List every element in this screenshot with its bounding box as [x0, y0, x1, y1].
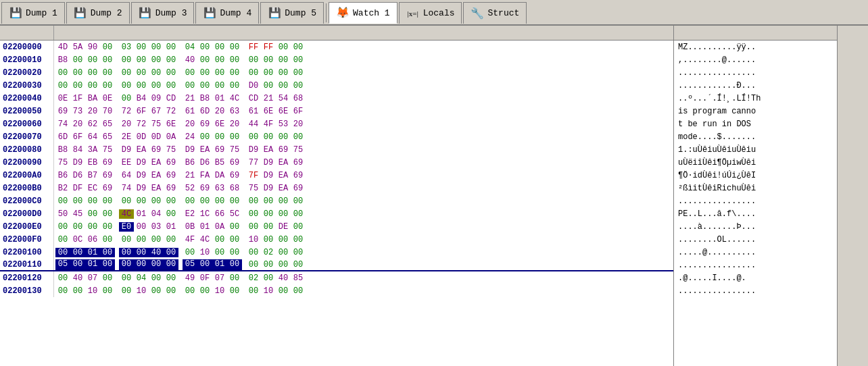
byte-6-12[interactable]: 44: [246, 120, 261, 129]
byte-14-2[interactable]: 00: [85, 222, 100, 232]
byte-4-10[interactable]: 01: [212, 94, 227, 103]
byte-19-13[interactable]: 10: [261, 286, 276, 296]
byte-17-11[interactable]: 00: [227, 259, 242, 270]
byte-4-1[interactable]: 1F: [70, 94, 85, 103]
byte-10-3[interactable]: 69: [100, 171, 115, 180]
tab-dump5[interactable]: 💾Dump 5: [260, 2, 324, 24]
byte-2-1[interactable]: 00: [70, 68, 85, 78]
byte-2-10[interactable]: 00: [212, 68, 227, 78]
byte-16-11[interactable]: 00: [227, 248, 242, 257]
byte-19-4[interactable]: 00: [119, 286, 134, 296]
byte-7-5[interactable]: 0D: [134, 132, 149, 142]
byte-11-0[interactable]: B2: [55, 184, 70, 193]
byte-1-10[interactable]: 00: [212, 55, 227, 65]
byte-12-3[interactable]: 00: [100, 197, 115, 206]
byte-9-11[interactable]: 69: [227, 158, 242, 167]
hex-row-7[interactable]: 022000706D6F64652E0D0D0A2400000000000000: [0, 130, 673, 143]
byte-16-1[interactable]: 00: [70, 248, 85, 257]
byte-9-9[interactable]: D6: [197, 158, 212, 167]
byte-0-6[interactable]: 00: [149, 43, 164, 52]
byte-6-13[interactable]: 4F: [261, 120, 276, 129]
byte-9-6[interactable]: EA: [149, 158, 164, 167]
ascii-row-6[interactable]: t be run in DOS: [674, 117, 837, 130]
byte-0-13[interactable]: FF: [261, 43, 276, 52]
byte-8-4[interactable]: D9: [119, 145, 134, 155]
byte-16-8[interactable]: 00: [183, 248, 197, 257]
byte-5-4[interactable]: 72: [119, 107, 134, 116]
ascii-row-11[interactable]: ²ßìitÙêiRichuÙêi: [674, 182, 837, 194]
byte-13-13[interactable]: 00: [261, 209, 276, 219]
byte-0-3[interactable]: 00: [100, 43, 115, 52]
byte-14-4[interactable]: E0: [119, 222, 134, 232]
byte-11-15[interactable]: 69: [291, 184, 306, 193]
byte-14-6[interactable]: 03: [149, 222, 164, 232]
byte-19-14[interactable]: 00: [276, 286, 291, 296]
byte-2-2[interactable]: 00: [85, 68, 100, 78]
byte-16-12[interactable]: 00: [246, 248, 261, 257]
byte-7-6[interactable]: 0D: [149, 132, 164, 142]
byte-11-6[interactable]: EA: [149, 184, 164, 193]
byte-2-11[interactable]: 00: [227, 68, 242, 78]
byte-4-7[interactable]: CD: [164, 94, 178, 103]
byte-13-6[interactable]: 04: [149, 209, 164, 219]
byte-10-11[interactable]: 69: [227, 171, 242, 180]
byte-18-12[interactable]: 02: [246, 273, 261, 283]
ascii-row-12[interactable]: ................: [674, 194, 837, 207]
byte-15-3[interactable]: 00: [100, 235, 115, 244]
byte-1-8[interactable]: 40: [183, 55, 197, 65]
byte-12-15[interactable]: 00: [291, 197, 306, 206]
byte-19-9[interactable]: 00: [197, 286, 212, 296]
byte-2-6[interactable]: 00: [149, 68, 164, 78]
byte-4-0[interactable]: 0E: [55, 94, 70, 103]
byte-6-0[interactable]: 74: [55, 120, 70, 129]
byte-4-9[interactable]: B8: [197, 94, 212, 103]
byte-14-0[interactable]: 00: [55, 222, 70, 232]
byte-18-15[interactable]: 85: [291, 273, 306, 283]
byte-18-10[interactable]: 07: [212, 273, 227, 283]
byte-15-9[interactable]: 4C: [197, 235, 212, 244]
byte-3-4[interactable]: 00: [119, 81, 134, 90]
byte-12-0[interactable]: 00: [55, 197, 70, 206]
byte-0-10[interactable]: 00: [212, 43, 227, 52]
tab-locals[interactable]: |x=|Locals: [399, 2, 462, 24]
byte-15-13[interactable]: 00: [261, 235, 276, 244]
byte-14-14[interactable]: DE: [276, 222, 291, 232]
hex-row-1[interactable]: 02200010B8000000000000004000000000000000: [0, 53, 673, 66]
byte-6-9[interactable]: 69: [197, 120, 212, 129]
hex-data-area[interactable]: 022000004D5A90000300000004000000FFFF0000…: [0, 41, 673, 366]
byte-4-2[interactable]: BA: [85, 94, 100, 103]
byte-8-8[interactable]: D9: [183, 145, 197, 155]
byte-19-15[interactable]: 00: [291, 286, 306, 296]
byte-5-9[interactable]: 6D: [197, 107, 212, 116]
byte-1-7[interactable]: 00: [164, 55, 178, 65]
byte-3-12[interactable]: D0: [246, 81, 261, 90]
byte-13-15[interactable]: 00: [291, 209, 306, 219]
byte-5-10[interactable]: 20: [212, 107, 227, 116]
byte-19-0[interactable]: 00: [55, 286, 70, 296]
byte-7-7[interactable]: 0A: [164, 132, 178, 142]
byte-11-4[interactable]: 74: [119, 184, 134, 193]
byte-10-12[interactable]: 7F: [246, 171, 261, 180]
byte-3-9[interactable]: 00: [197, 81, 212, 90]
hex-row-10[interactable]: 022000A0B6D6B76964D9EA6921FADA697FD9EA69: [0, 169, 673, 182]
byte-7-10[interactable]: 00: [212, 132, 227, 142]
byte-0-5[interactable]: 00: [134, 43, 149, 52]
byte-3-0[interactable]: 00: [55, 81, 70, 90]
byte-10-5[interactable]: D9: [134, 171, 149, 180]
byte-4-11[interactable]: 4C: [227, 94, 242, 103]
byte-3-3[interactable]: 00: [100, 81, 115, 90]
byte-9-15[interactable]: 69: [291, 158, 306, 167]
ascii-row-10[interactable]: ¶Ö·idÙêi!úÚi¿ÙêI: [674, 169, 837, 182]
byte-15-0[interactable]: 00: [55, 235, 70, 244]
hex-row-12[interactable]: 022000C000000000000000000000000000000000: [0, 194, 673, 207]
byte-8-7[interactable]: 75: [164, 145, 178, 155]
ascii-row-15[interactable]: ........OL......: [674, 233, 837, 246]
byte-5-0[interactable]: 69: [55, 107, 70, 116]
byte-17-10[interactable]: 01: [212, 259, 227, 270]
byte-0-1[interactable]: 5A: [70, 43, 85, 52]
byte-6-5[interactable]: 72: [134, 120, 149, 129]
byte-17-14[interactable]: 00: [276, 260, 291, 269]
byte-19-10[interactable]: 10: [212, 286, 227, 296]
ascii-row-13[interactable]: PE..L...â.f\....: [674, 207, 837, 220]
byte-13-3[interactable]: 00: [100, 209, 115, 219]
